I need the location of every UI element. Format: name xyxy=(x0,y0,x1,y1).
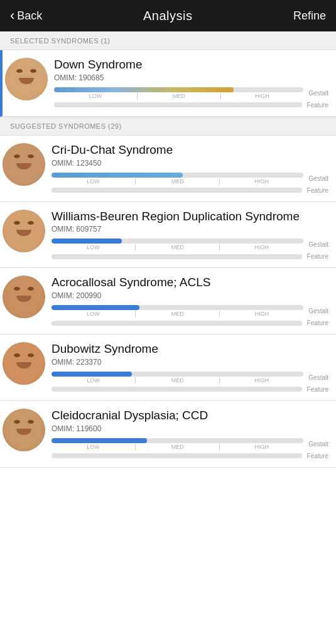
face-image xyxy=(3,276,45,318)
tick-high: HIGH xyxy=(219,244,303,250)
feature-bar-row: Feature xyxy=(51,453,328,459)
refine-button[interactable]: Refine xyxy=(293,9,326,23)
syndrome-card-williams-beuren[interactable]: Williams-Beuren Region Duplication Syndr… xyxy=(0,202,336,269)
feature-bar-track xyxy=(51,254,302,259)
syndrome-card-acrocallosal[interactable]: Acrocallosal Syndrome; ACLS OMIM: 200990… xyxy=(0,268,336,335)
bar-ticks: LOW MED HIGH xyxy=(51,244,303,250)
tick-low: LOW xyxy=(54,93,137,99)
gestalt-bar-row: LOW MED HIGH Gestalt xyxy=(51,372,328,384)
avatar xyxy=(3,143,45,186)
tick-high: HIGH xyxy=(219,311,303,317)
page-title: Analysis xyxy=(143,9,192,23)
feature-bar-track xyxy=(51,188,302,193)
feature-bar-track xyxy=(51,387,302,392)
gestalt-bar-fill xyxy=(51,372,132,377)
tick-med: MED xyxy=(137,93,220,99)
tick-high: HIGH xyxy=(219,178,303,185)
syndrome-card-dubowitz[interactable]: Dubowitz Syndrome OMIM: 223370 LOW MED H… xyxy=(0,335,336,401)
bars-container: LOW MED HIGH Gestalt Feature xyxy=(51,239,328,260)
gestalt-bar-row: LOW MED HIGH Gestalt xyxy=(51,173,328,185)
bars-container: LOW MED HIGH Gestalt Feature xyxy=(54,87,328,109)
syndrome-omim: OMIM: 119600 xyxy=(51,424,328,433)
tick-med: MED xyxy=(135,244,219,250)
back-icon: ‹ xyxy=(10,8,14,24)
avatar xyxy=(3,210,45,252)
syndrome-omim: OMIM: 123450 xyxy=(51,159,328,168)
face-image xyxy=(3,409,45,451)
avatar xyxy=(3,409,45,451)
feature-bar-row: Feature xyxy=(51,386,328,393)
tick-med: MED xyxy=(135,311,219,317)
back-label: Back xyxy=(17,9,42,23)
feature-bar-wrapper xyxy=(51,188,302,193)
bar-ticks: LOW MED HIGH xyxy=(51,444,303,450)
syndrome-info: Acrocallosal Syndrome; ACLS OMIM: 200990… xyxy=(51,276,328,329)
feature-label: Feature xyxy=(307,102,328,109)
syndrome-name: Williams-Beuren Region Duplication Syndr… xyxy=(51,210,328,224)
gestalt-label: Gestalt xyxy=(308,308,328,314)
tick-high: HIGH xyxy=(220,93,304,99)
feature-bar-row: Feature xyxy=(51,253,328,260)
bar-ticks: LOW MED HIGH xyxy=(54,93,303,99)
gestalt-bar-wrapper: LOW MED HIGH xyxy=(51,438,303,450)
tick-low: LOW xyxy=(51,244,135,250)
feature-label: Feature xyxy=(307,319,328,326)
syndrome-info: Down Syndrome OMIM: 190685 LOW MED HIGH … xyxy=(54,58,328,111)
suggested-section-label: SUGGESTED SYNDROMES (29) xyxy=(0,117,336,136)
tick-low: LOW xyxy=(51,377,135,384)
gestalt-bar-track xyxy=(51,173,303,178)
feature-bar-row: Feature xyxy=(51,319,328,326)
face-image xyxy=(3,143,45,186)
gestalt-bar-wrapper: LOW MED HIGH xyxy=(51,239,303,250)
gestalt-label: Gestalt xyxy=(308,175,328,182)
back-button[interactable]: ‹ Back xyxy=(10,8,42,24)
avatar xyxy=(5,58,48,100)
syndrome-omim: OMIM: 223370 xyxy=(51,358,328,367)
feature-bar-row: Feature xyxy=(54,102,328,109)
gestalt-bar-track xyxy=(51,239,303,244)
gestalt-bar-track xyxy=(51,372,303,377)
feature-bar-row: Feature xyxy=(51,187,328,194)
gestalt-bar-row: LOW MED HIGH Gestalt xyxy=(54,87,328,99)
feature-label: Feature xyxy=(307,453,328,459)
gestalt-bar-wrapper: LOW MED HIGH xyxy=(51,305,303,317)
gestalt-bar-row: LOW MED HIGH Gestalt xyxy=(51,438,328,450)
syndrome-card-cri-du-chat[interactable]: Cri-Du-Chat Syndrome OMIM: 123450 LOW ME… xyxy=(0,136,336,202)
face-image xyxy=(3,342,45,385)
syndrome-name: Dubowitz Syndrome xyxy=(51,342,328,357)
tick-med: MED xyxy=(135,444,219,450)
feature-bar-wrapper xyxy=(51,387,302,392)
gestalt-bar-fill xyxy=(51,239,122,244)
feature-label: Feature xyxy=(307,386,328,393)
avatar xyxy=(3,276,45,318)
syndrome-card-down-syndrome[interactable]: Down Syndrome OMIM: 190685 LOW MED HIGH … xyxy=(0,50,336,117)
gestalt-label: Gestalt xyxy=(308,90,328,97)
gestalt-label: Gestalt xyxy=(308,374,328,381)
syndrome-name: Cleidocranial Dysplasia; CCD xyxy=(51,409,328,423)
gestalt-bar-fill xyxy=(51,305,139,310)
gestalt-bar-wrapper: LOW MED HIGH xyxy=(51,173,303,185)
tick-high: HIGH xyxy=(219,444,303,450)
gestalt-bar-row: LOW MED HIGH Gestalt xyxy=(51,239,328,250)
feature-bar-wrapper xyxy=(51,453,302,458)
gestalt-bar-track xyxy=(51,305,303,310)
gestalt-bar-track xyxy=(54,87,303,92)
bar-ticks: LOW MED HIGH xyxy=(51,311,303,317)
syndrome-info: Cri-Du-Chat Syndrome OMIM: 123450 LOW ME… xyxy=(51,143,328,196)
feature-bar-wrapper xyxy=(54,102,302,107)
gestalt-bar-row: LOW MED HIGH Gestalt xyxy=(51,305,328,317)
tick-low: LOW xyxy=(51,444,135,450)
syndrome-info: Dubowitz Syndrome OMIM: 223370 LOW MED H… xyxy=(51,342,328,395)
tick-low: LOW xyxy=(51,311,135,317)
bar-ticks: LOW MED HIGH xyxy=(51,178,303,185)
tick-high: HIGH xyxy=(219,377,303,384)
syndrome-omim: OMIM: 190685 xyxy=(54,73,328,82)
syndrome-info: Williams-Beuren Region Duplication Syndr… xyxy=(51,210,328,263)
bars-container: LOW MED HIGH Gestalt Feature xyxy=(51,173,328,194)
feature-bar-track xyxy=(51,321,302,326)
syndrome-card-cleidocranial[interactable]: Cleidocranial Dysplasia; CCD OMIM: 11960… xyxy=(0,401,336,468)
gestalt-bar-fill xyxy=(54,87,234,92)
bars-container: LOW MED HIGH Gestalt Feature xyxy=(51,438,328,459)
gestalt-bar-fill xyxy=(51,438,147,443)
syndrome-omim: OMIM: 609757 xyxy=(51,225,328,233)
